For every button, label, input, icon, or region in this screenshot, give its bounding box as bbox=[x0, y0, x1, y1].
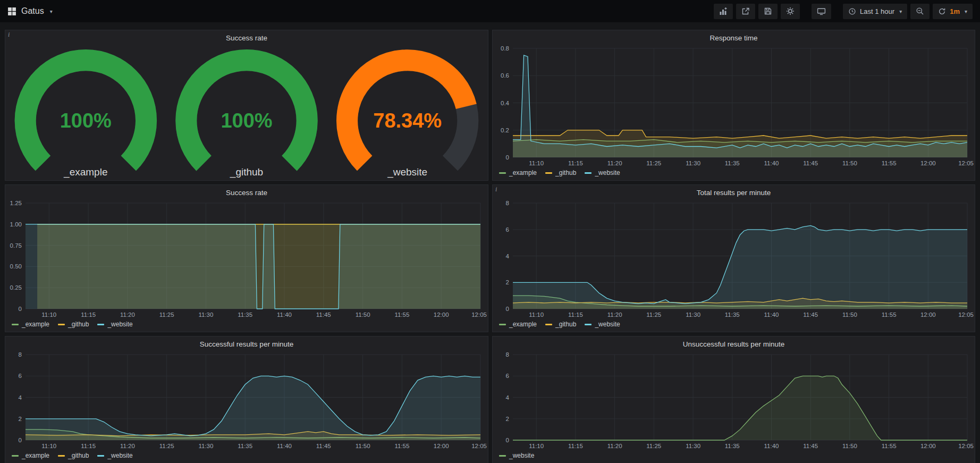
legend-item[interactable]: _website bbox=[499, 452, 534, 459]
legend-swatch bbox=[585, 324, 592, 325]
add-panel-button[interactable] bbox=[714, 4, 733, 19]
refresh-icon bbox=[938, 7, 946, 15]
navbar-left: Gatus ▾ bbox=[7, 6, 53, 16]
unsuccessful-results-chart[interactable]: 0246811:1011:1511:2011:2511:3011:3511:40… bbox=[493, 350, 975, 451]
legend-swatch bbox=[499, 172, 506, 174]
svg-text:2: 2 bbox=[506, 279, 509, 285]
legend-item[interactable]: _github bbox=[58, 452, 89, 459]
navbar: Gatus ▾ Last 1 hour ▾ 1m bbox=[0, 0, 980, 22]
legend-item[interactable]: _github bbox=[545, 321, 576, 328]
legend-item[interactable]: _example bbox=[12, 321, 49, 328]
refresh-button[interactable]: 1m ▾ bbox=[933, 4, 973, 19]
svg-text:2: 2 bbox=[506, 415, 509, 422]
svg-text:11:55: 11:55 bbox=[882, 312, 897, 318]
svg-text:11:25: 11:25 bbox=[159, 443, 174, 449]
success-rate-gauges-chart[interactable]: 100%_example100%_github78.34%_website bbox=[5, 44, 488, 181]
svg-text:0: 0 bbox=[506, 154, 509, 161]
legend-item[interactable]: _example bbox=[499, 321, 537, 328]
svg-text:11:45: 11:45 bbox=[803, 160, 818, 166]
panel-title[interactable]: Success rate bbox=[5, 30, 488, 44]
svg-text:11:10: 11:10 bbox=[529, 160, 544, 166]
legend-item[interactable]: _website bbox=[585, 321, 620, 328]
legend-swatch bbox=[97, 455, 104, 457]
svg-text:12:00: 12:00 bbox=[920, 312, 936, 318]
gear-icon bbox=[786, 7, 795, 15]
svg-text:_website: _website bbox=[387, 166, 427, 178]
chevron-down-icon: ▾ bbox=[899, 9, 902, 14]
share-icon bbox=[741, 7, 750, 15]
time-range-picker[interactable]: Last 1 hour ▾ bbox=[843, 4, 907, 19]
legend-swatch bbox=[58, 455, 65, 457]
successful-results-chart[interactable]: 0246811:1011:1511:2011:2511:3011:3511:40… bbox=[5, 350, 488, 451]
zoom-out-button[interactable] bbox=[910, 4, 930, 19]
response-time-chart[interactable]: 00.20.40.60.811:1011:1511:2011:2511:3011… bbox=[493, 44, 975, 168]
svg-text:0.4: 0.4 bbox=[501, 99, 510, 106]
svg-text:11:30: 11:30 bbox=[198, 312, 213, 318]
info-icon[interactable]: i bbox=[495, 186, 497, 193]
panel-unsuccessful-results: Unsuccessful results per minute 0246811:… bbox=[492, 336, 975, 463]
success-rate-chart[interactable]: 00.250.500.751.001.2511:1011:1511:2011:2… bbox=[5, 199, 488, 319]
add-panel-icon bbox=[719, 7, 728, 15]
svg-text:11:55: 11:55 bbox=[882, 160, 897, 166]
svg-text:12:00: 12:00 bbox=[434, 443, 449, 449]
svg-text:100%: 100% bbox=[60, 109, 112, 131]
svg-text:8: 8 bbox=[506, 351, 509, 358]
legend-swatch bbox=[499, 455, 506, 457]
total-results-chart[interactable]: 0246811:1011:1511:2011:2511:3011:3511:40… bbox=[493, 199, 975, 319]
svg-text:11:25: 11:25 bbox=[159, 312, 174, 318]
svg-text:0: 0 bbox=[19, 306, 22, 312]
share-button[interactable] bbox=[736, 4, 755, 19]
svg-text:11:20: 11:20 bbox=[607, 443, 622, 449]
svg-text:11:20: 11:20 bbox=[607, 312, 622, 318]
legend-item[interactable]: _example bbox=[499, 169, 537, 176]
svg-text:0.6: 0.6 bbox=[501, 72, 509, 79]
svg-text:11:15: 11:15 bbox=[568, 312, 583, 318]
svg-text:11:15: 11:15 bbox=[568, 160, 583, 166]
svg-text:11:20: 11:20 bbox=[607, 160, 622, 166]
legend-swatch bbox=[545, 172, 552, 174]
panel-title[interactable]: Unsuccessful results per minute bbox=[493, 336, 975, 350]
settings-button[interactable] bbox=[781, 4, 800, 19]
legend-item[interactable]: _website bbox=[97, 321, 132, 328]
legend-swatch bbox=[499, 324, 506, 325]
svg-text:11:10: 11:10 bbox=[41, 443, 56, 449]
legend-item[interactable]: _website bbox=[97, 452, 132, 459]
svg-text:11:40: 11:40 bbox=[764, 443, 779, 449]
svg-text:11:40: 11:40 bbox=[277, 312, 292, 318]
svg-text:11:45: 11:45 bbox=[803, 443, 818, 449]
save-button[interactable] bbox=[758, 4, 778, 19]
svg-text:100%: 100% bbox=[221, 109, 272, 131]
svg-text:1.00: 1.00 bbox=[10, 221, 22, 227]
timeseries-svg: 0246811:1011:1511:2011:2511:3011:3511:40… bbox=[493, 199, 975, 319]
panel-title[interactable]: Total results per minute bbox=[493, 185, 975, 199]
legend-item[interactable]: _website bbox=[585, 169, 620, 176]
timeseries-svg: 0246811:1011:1511:2011:2511:3011:3511:40… bbox=[493, 350, 975, 451]
dashboard-title[interactable]: Gatus bbox=[21, 6, 44, 16]
tv-mode-button[interactable] bbox=[812, 4, 831, 19]
svg-text:_github: _github bbox=[230, 166, 263, 178]
legend-swatch bbox=[585, 172, 592, 174]
svg-text:12:05: 12:05 bbox=[958, 312, 974, 318]
svg-text:0.8: 0.8 bbox=[501, 45, 509, 52]
panel-title[interactable]: Response time bbox=[493, 30, 975, 44]
chevron-down-icon[interactable]: ▾ bbox=[50, 9, 53, 14]
svg-text:11:35: 11:35 bbox=[725, 160, 740, 166]
legend-swatch bbox=[545, 324, 552, 325]
svg-text:0: 0 bbox=[506, 306, 509, 312]
panel-title[interactable]: Success rate bbox=[5, 185, 488, 199]
svg-text:11:30: 11:30 bbox=[198, 443, 213, 449]
svg-text:11:50: 11:50 bbox=[842, 443, 857, 449]
svg-text:12:05: 12:05 bbox=[471, 312, 487, 318]
svg-text:11:40: 11:40 bbox=[764, 312, 779, 318]
info-icon[interactable]: i bbox=[8, 31, 10, 39]
legend-item[interactable]: _github bbox=[58, 321, 89, 328]
svg-text:12:00: 12:00 bbox=[920, 160, 936, 166]
panel-title[interactable]: Successful results per minute bbox=[5, 336, 488, 350]
legend-item[interactable]: _example bbox=[12, 452, 49, 459]
dashboard-grid-icon[interactable] bbox=[7, 7, 16, 16]
svg-text:11:35: 11:35 bbox=[238, 443, 252, 449]
svg-text:11:15: 11:15 bbox=[81, 312, 96, 318]
legend-item[interactable]: _github bbox=[545, 169, 576, 176]
svg-text:6: 6 bbox=[506, 373, 509, 379]
dashboard-grid: i Success rate 100%_example100%_github78… bbox=[0, 22, 980, 463]
